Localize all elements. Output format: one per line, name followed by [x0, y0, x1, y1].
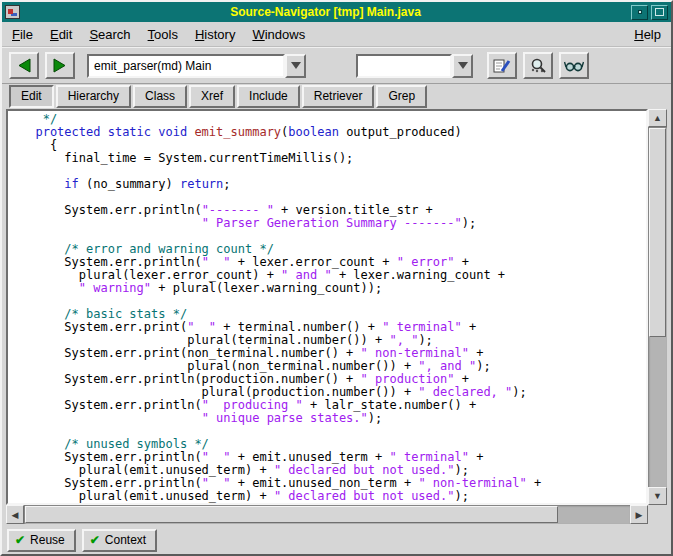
app-icon[interactable] [5, 5, 20, 19]
code-line: " warning" + plural(lexer.warning_count)… [21, 282, 646, 295]
menu-tools[interactable]: Tools [148, 27, 178, 42]
tab-xref[interactable]: Xref [189, 85, 235, 108]
statusbar: ✔Reuse✔Context [2, 526, 671, 554]
glasses-icon [564, 59, 584, 73]
scroll-up-button[interactable]: ▲ [648, 109, 667, 127]
toolbar: emit_parser(md) Main [2, 47, 671, 84]
reuse-toggle[interactable]: ✔Reuse [7, 529, 76, 552]
tab-retriever[interactable]: Retriever [302, 85, 375, 108]
tab-class[interactable]: Class [133, 85, 187, 108]
retriever-button[interactable] [559, 52, 589, 79]
horizontal-scroll-thumb[interactable] [25, 506, 558, 523]
code-line: " unique parse states."); [21, 412, 646, 425]
symbol-combo-field[interactable]: emit_parser(md) Main [87, 54, 285, 78]
menubar: FileEditSearchToolsHistoryWindowsHelp [2, 22, 671, 47]
search-combobox [356, 54, 473, 78]
scrollbar-corner [648, 505, 667, 524]
tab-grep[interactable]: Grep [376, 85, 427, 108]
code-line: plural(emit.unused_term) + " declared bu… [21, 490, 646, 503]
navigate-back-button[interactable] [9, 52, 39, 79]
vertical-scroll-thumb[interactable] [649, 128, 666, 337]
toggle-label: Reuse [30, 533, 65, 547]
symbol-combo-dropdown-button[interactable] [285, 54, 306, 78]
tab-edit[interactable]: Edit [9, 85, 54, 108]
maximize-button[interactable] [651, 5, 668, 20]
code-line: final_time = System.currentTimeMillis(); [21, 152, 646, 165]
menu-search[interactable]: Search [89, 27, 130, 42]
scroll-right-button[interactable]: ▶ [630, 505, 648, 524]
code-line: protected static void emit_summary(boole… [21, 126, 646, 139]
search-combo-dropdown-button[interactable] [452, 54, 473, 78]
editor-icon [493, 58, 511, 74]
search-icon [529, 58, 547, 74]
titlebar: Source-Navigator [tmp] Main.java [2, 2, 671, 22]
code-editor[interactable]: */ protected static void emit_summary(bo… [6, 109, 648, 505]
search-combo-field[interactable] [356, 54, 452, 78]
checkmark-icon: ✔ [90, 535, 100, 545]
scroll-left-button[interactable]: ◀ [6, 505, 24, 524]
symbol-combobox: emit_parser(md) Main [87, 54, 306, 78]
menu-help[interactable]: Help [634, 27, 661, 42]
toggle-label: Context [105, 533, 146, 547]
tab-hierarchy[interactable]: Hierarchy [56, 85, 131, 108]
chevron-down-icon [291, 62, 301, 69]
back-arrow-icon [16, 58, 32, 73]
app-window: Source-Navigator [tmp] Main.java FileEdi… [0, 0, 673, 556]
horizontal-scroll-trough[interactable] [24, 505, 630, 524]
code-line: " Parser Generation Summary -------"); [21, 217, 646, 230]
menu-windows[interactable]: Windows [252, 27, 305, 42]
horizontal-scrollbar[interactable]: ◀ ▶ [6, 505, 648, 524]
menu-history[interactable]: History [195, 27, 235, 42]
context-toggle[interactable]: ✔Context [82, 529, 157, 552]
tab-include[interactable]: Include [237, 85, 300, 108]
vertical-scroll-trough[interactable] [648, 127, 667, 487]
view-tabbar: EditHierarchyClassXrefIncludeRetrieverGr… [2, 84, 671, 108]
editor-button[interactable] [487, 52, 517, 79]
window-title: Source-Navigator [tmp] Main.java [23, 5, 628, 19]
minimize-button[interactable] [631, 5, 648, 20]
minimize-icon [638, 10, 642, 14]
menu-file[interactable]: File [12, 27, 33, 42]
code-line: if (no_summary) return; [21, 178, 646, 191]
navigate-forward-button[interactable] [45, 52, 75, 79]
menu-edit[interactable]: Edit [50, 27, 72, 42]
maximize-icon [655, 8, 664, 16]
scroll-down-button[interactable]: ▼ [648, 487, 667, 505]
chevron-down-icon [458, 62, 468, 69]
vertical-scrollbar[interactable]: ▲ ▼ [648, 109, 667, 505]
checkmark-icon: ✔ [15, 535, 25, 545]
editor-area: */ protected static void emit_summary(bo… [6, 109, 667, 524]
forward-arrow-icon [52, 58, 68, 73]
symbol-search-button[interactable] [523, 52, 553, 79]
